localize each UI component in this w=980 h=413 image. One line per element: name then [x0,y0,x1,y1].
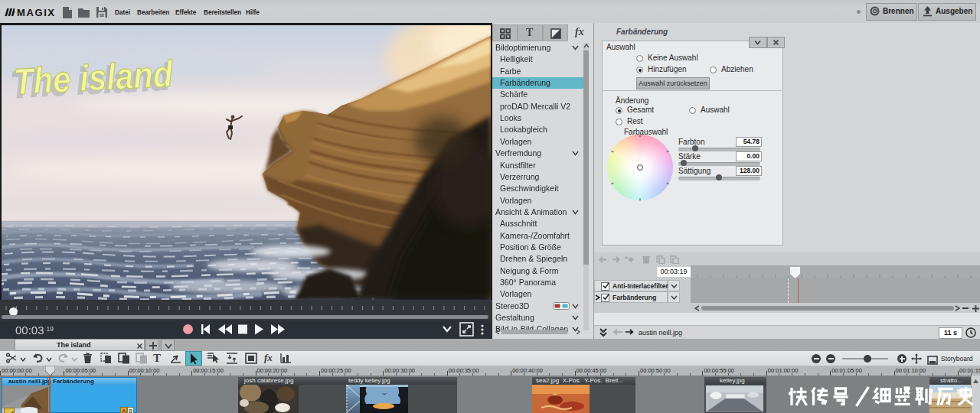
svg-text:The island: The island [12,54,175,102]
